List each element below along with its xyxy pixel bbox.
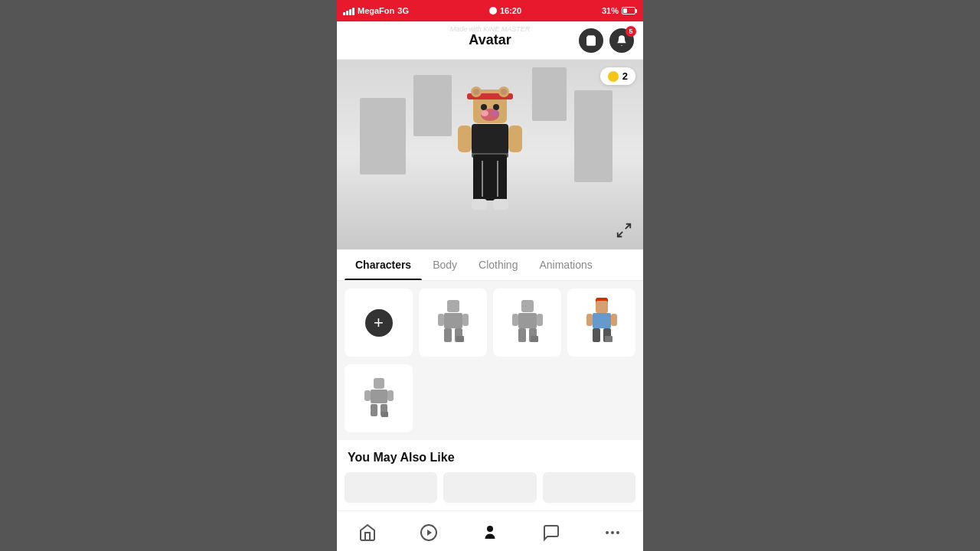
svg-rect-43: [611, 314, 617, 326]
svg-point-20: [501, 89, 507, 95]
svg-line-22: [618, 232, 622, 236]
battery-body: [622, 7, 635, 15]
svg-point-7: [492, 110, 499, 116]
svg-rect-16: [493, 199, 508, 210]
svg-point-55: [612, 532, 613, 533]
svg-rect-30: [521, 300, 534, 312]
svg-rect-29: [456, 336, 464, 342]
battery-percent: 31%: [602, 6, 619, 15]
signal-bar-1: [343, 12, 345, 15]
also-like-card-1[interactable]: [345, 472, 437, 503]
tab-animations[interactable]: Animations: [528, 249, 603, 280]
svg-rect-36: [531, 336, 538, 342]
coins-count: 2: [622, 70, 628, 82]
coins-badge: 2: [600, 67, 635, 85]
tabs-container: Characters Body Clothing Animations: [337, 249, 643, 281]
network-label: 3G: [397, 6, 409, 15]
phone-frame: MegaFon 3G 16:20 31% Made with KINE MAST…: [337, 0, 643, 551]
status-right: 31%: [602, 6, 637, 15]
svg-rect-35: [537, 314, 543, 326]
notifications-button[interactable]: 5: [609, 28, 634, 53]
svg-rect-38: [596, 301, 608, 313]
also-like-card-3[interactable]: [543, 472, 635, 503]
add-character-card[interactable]: +: [345, 289, 413, 357]
svg-rect-14: [508, 126, 522, 152]
battery-tip: [635, 9, 637, 13]
bg-block-1: [360, 98, 406, 174]
nav-avatar-button[interactable]: [472, 520, 508, 545]
character-card-4[interactable]: [345, 364, 413, 432]
svg-point-54: [487, 526, 493, 532]
svg-rect-42: [586, 314, 593, 326]
also-like-row: [337, 472, 643, 510]
svg-rect-34: [512, 314, 518, 326]
svg-rect-27: [438, 314, 444, 326]
signal-bar-3: [349, 9, 351, 15]
svg-point-19: [473, 89, 479, 95]
bg-block-3: [574, 90, 612, 182]
tab-clothing[interactable]: Clothing: [468, 249, 528, 280]
status-left: MegaFon 3G: [343, 6, 409, 15]
battery-fill: [623, 8, 627, 13]
character-card-1[interactable]: [419, 289, 487, 357]
record-icon: [489, 7, 497, 15]
status-bar: MegaFon 3G 16:20 31%: [337, 0, 643, 21]
characters-grid-row2: [337, 364, 643, 440]
svg-rect-13: [458, 126, 472, 152]
tab-body[interactable]: Body: [422, 249, 468, 280]
bottom-nav: [337, 510, 643, 551]
avatar-figure: [444, 78, 536, 231]
svg-rect-46: [371, 390, 387, 403]
svg-rect-25: [444, 328, 452, 342]
also-like-card-2[interactable]: [443, 472, 536, 503]
signal-bar-2: [346, 11, 348, 15]
expand-button[interactable]: [612, 219, 635, 242]
status-center: 16:20: [489, 6, 521, 15]
svg-rect-45: [374, 378, 384, 389]
carrier-label: MegaFon: [358, 6, 394, 15]
svg-rect-24: [444, 313, 462, 328]
watermark-text: Made with KINE MASTER: [450, 25, 531, 33]
character-card-2[interactable]: [493, 289, 561, 357]
svg-rect-28: [462, 314, 469, 326]
bg-block-4: [532, 67, 567, 121]
svg-rect-10: [473, 155, 507, 201]
svg-rect-51: [381, 412, 388, 417]
svg-point-57: [606, 532, 608, 533]
left-overlay: [0, 0, 337, 551]
svg-rect-23: [447, 300, 459, 312]
nav-chat-button[interactable]: [533, 520, 570, 545]
nav-play-button[interactable]: [410, 520, 447, 545]
svg-rect-8: [472, 124, 508, 155]
svg-point-6: [481, 110, 488, 116]
svg-rect-15: [472, 199, 487, 210]
character-card-3[interactable]: [567, 289, 635, 357]
time-label: 16:20: [500, 6, 521, 15]
svg-rect-50: [387, 390, 394, 401]
svg-rect-32: [518, 328, 526, 342]
svg-rect-49: [364, 390, 371, 401]
svg-rect-39: [593, 313, 611, 328]
top-nav: Made with KINE MASTER Avatar 5: [337, 21, 643, 60]
svg-rect-31: [518, 313, 537, 328]
svg-marker-53: [427, 530, 432, 536]
nav-home-button[interactable]: [349, 520, 386, 545]
nav-right: 5: [579, 28, 634, 53]
svg-rect-44: [605, 336, 612, 342]
battery-indicator: [622, 7, 637, 15]
signal-bar-4: [352, 8, 354, 15]
coin-icon: [608, 71, 619, 82]
page-title: Avatar: [469, 32, 511, 48]
avatar-preview: 2: [337, 60, 643, 249]
tab-characters[interactable]: Characters: [345, 249, 422, 280]
right-overlay: [643, 0, 980, 551]
section-title: You May Also Like: [337, 440, 643, 472]
svg-rect-47: [371, 404, 377, 416]
signal-bars: [343, 6, 354, 15]
nav-more-button[interactable]: [594, 520, 631, 545]
add-icon: +: [365, 309, 393, 337]
shop-button[interactable]: [579, 28, 603, 53]
svg-line-21: [626, 224, 630, 229]
characters-grid-row1: +: [337, 281, 643, 364]
notification-badge: 5: [626, 26, 636, 37]
